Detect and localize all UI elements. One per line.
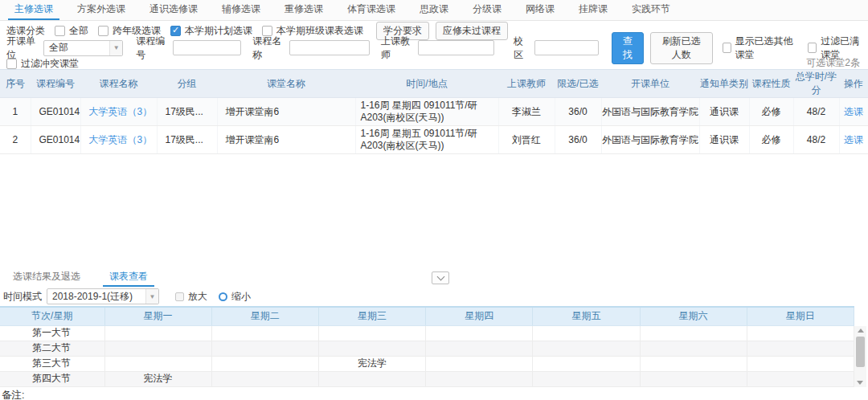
- timetable-cell[interactable]: 宪法学: [104, 371, 211, 386]
- timetable-row: 第四大节 宪法学: [0, 371, 854, 386]
- main-tab[interactable]: 思政课: [413, 0, 455, 20]
- select-course-link[interactable]: 选课: [844, 106, 863, 117]
- timetable-cell[interactable]: [640, 341, 747, 356]
- main-tab[interactable]: 通识选修课: [143, 0, 204, 20]
- timetable-cell[interactable]: [640, 325, 747, 341]
- note-label: 备注:: [2, 389, 24, 400]
- table-row: 1 GE01014 大学英语（3） 17级民... 增开课堂南6 1-16周 星…: [0, 98, 868, 126]
- timetable-cell[interactable]: [747, 341, 854, 356]
- main-tab[interactable]: 分级课: [466, 0, 508, 20]
- chevron-down-icon[interactable]: ▼: [109, 41, 122, 55]
- timetable-cell[interactable]: [318, 341, 425, 356]
- main-tab[interactable]: 方案外选课: [71, 0, 132, 20]
- checkbox-icon[interactable]: [175, 292, 184, 301]
- checkbox-icon[interactable]: [170, 26, 181, 36]
- course-table-header-cell: 序号: [0, 70, 31, 98]
- vertical-scrollbar[interactable]: [854, 326, 866, 387]
- checkbox-icon[interactable]: [723, 43, 731, 53]
- timetable-cell[interactable]: [211, 356, 318, 371]
- main-tab-label: 重修选课: [285, 2, 323, 16]
- main-tab-label: 辅修选课: [222, 2, 260, 16]
- period-label: 第二大节: [0, 341, 104, 356]
- timetable-cell[interactable]: [104, 341, 211, 356]
- main-tab-label: 网络课: [526, 2, 555, 16]
- teacher-input[interactable]: [418, 40, 494, 55]
- radio-icon[interactable]: [219, 292, 227, 301]
- main-tab[interactable]: 主修选课: [8, 0, 59, 20]
- main-tab[interactable]: 辅修选课: [215, 0, 267, 20]
- timetable-cell[interactable]: [211, 341, 318, 356]
- course-table-header-cell: 通知单类别: [699, 70, 749, 98]
- timetable-cell[interactable]: [533, 356, 640, 371]
- unit-select-value: 全部: [49, 41, 68, 55]
- timetable-cell[interactable]: [533, 325, 640, 341]
- course-table-header-row: 序号课程编号课程名称分组课堂名称时间/地点上课教师限选/已选开课单位通知单类别课…: [0, 70, 868, 98]
- category-checkbox[interactable]: 本学期计划选课: [170, 24, 252, 38]
- scrollbar-thumb[interactable]: [856, 337, 865, 367]
- main-tab-label: 分级课: [473, 2, 502, 16]
- scroll-down-icon[interactable]: [857, 381, 863, 385]
- cell-course-no: GE01014: [31, 126, 80, 154]
- timetable-cell[interactable]: [426, 325, 533, 341]
- main-tab[interactable]: 网络课: [519, 0, 561, 20]
- course-name-link[interactable]: 大学英语（3）: [89, 106, 153, 117]
- checkbox-icon[interactable]: [808, 43, 817, 53]
- timetable-cell[interactable]: [747, 356, 854, 371]
- timetable-cell[interactable]: [640, 371, 747, 386]
- filter-conflict-checkbox[interactable]: 过滤冲突课堂: [6, 57, 79, 71]
- main-tab[interactable]: 体育课选课: [341, 0, 402, 20]
- timetable-cell[interactable]: [747, 325, 854, 341]
- checkbox-icon[interactable]: [6, 59, 17, 69]
- course-name-input[interactable]: [289, 40, 370, 55]
- select-course-link[interactable]: 选课: [844, 134, 863, 145]
- chevron-down-icon[interactable]: ▼: [145, 289, 158, 304]
- main-tab[interactable]: 实践环节: [625, 0, 677, 20]
- campus-input[interactable]: [534, 40, 599, 55]
- time-mode-select[interactable]: 2018-2019-1(迁移) ▼: [47, 288, 159, 304]
- timetable-cell[interactable]: [426, 341, 533, 356]
- timetable-cell[interactable]: [747, 371, 854, 386]
- timetable-cell[interactable]: [533, 341, 640, 356]
- timetable-cell[interactable]: [640, 356, 747, 371]
- zoom-out-label: 缩小: [231, 290, 251, 304]
- zoom-out-radio[interactable]: 缩小: [219, 290, 251, 304]
- bottom-tab[interactable]: 选课结果及退选: [6, 270, 87, 287]
- checkbox-icon[interactable]: [55, 26, 65, 36]
- timetable-header-cell: 星期五: [533, 307, 640, 325]
- course-table-header-cell: 课程编号: [31, 70, 80, 98]
- course-no-input[interactable]: [173, 40, 241, 55]
- bottom-tab[interactable]: 课表查看: [103, 270, 154, 287]
- cell-group: 17级民...: [157, 126, 217, 154]
- category-checkbox[interactable]: 全部: [55, 24, 88, 38]
- main-tab[interactable]: 重修选课: [278, 0, 330, 20]
- timetable-cell[interactable]: 宪法学: [318, 356, 425, 371]
- main-tab-label: 主修选课: [14, 2, 53, 16]
- cell-group: 17级民...: [157, 98, 217, 126]
- timetable-cell[interactable]: [104, 356, 211, 371]
- course-table-header-cell: 课程性质: [749, 70, 793, 98]
- main-tab-label: 通识选修课: [149, 2, 198, 16]
- main-tab-label: 思政课: [420, 2, 448, 16]
- scroll-up-icon[interactable]: [858, 329, 864, 333]
- main-tab-label: 体育课选课: [347, 2, 395, 16]
- checkbox-icon[interactable]: [98, 26, 108, 36]
- timetable-cell[interactable]: [211, 371, 318, 386]
- zoom-in-checkbox[interactable]: 放大: [175, 290, 207, 304]
- unpassed-courses-button[interactable]: 应修未过课程: [436, 22, 508, 40]
- timetable-cell[interactable]: [426, 356, 533, 371]
- cell-time-place: 1-16周 星期五 091011节/研A203(南校区(天马)): [355, 126, 498, 154]
- cell-notice-type: 通识课: [699, 98, 749, 126]
- timetable-cell[interactable]: [533, 371, 640, 386]
- period-label: 第一大节: [0, 325, 104, 341]
- unit-select[interactable]: 全部 ▼: [43, 40, 123, 56]
- collapse-panel-button[interactable]: [432, 271, 449, 284]
- timetable-cell[interactable]: [426, 371, 533, 386]
- cell-unit: 外国语与国际教育学院: [601, 98, 699, 126]
- course-name-link[interactable]: 大学英语（3）: [89, 134, 153, 145]
- timetable-cell[interactable]: [318, 325, 425, 341]
- timetable-cell[interactable]: [211, 325, 318, 341]
- timetable-cell[interactable]: [318, 371, 425, 386]
- main-tab[interactable]: 挂牌课: [572, 0, 614, 20]
- timetable-cell[interactable]: [104, 325, 211, 341]
- main-tab-label: 方案外选课: [77, 2, 125, 16]
